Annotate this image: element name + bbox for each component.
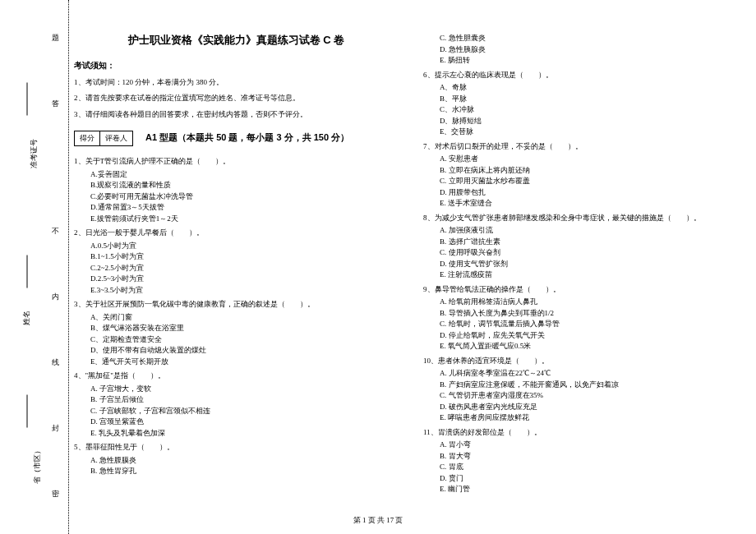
q7-opt-b: B. 立即在病床上将内脏还纳 — [440, 165, 748, 177]
q5-opt-b: B. 急性胃穿孔 — [90, 466, 399, 477]
q7-opt-a: A. 安慰患者 — [440, 154, 748, 165]
exam-title: 护士职业资格《实践能力》真题练习试卷 C 卷 — [74, 33, 399, 48]
q8-opt-b: B. 选择广谱抗生素 — [440, 237, 748, 248]
question-1: 1、关于T管引流病人护理不正确的是（ ）。 A.妥善固定 B.观察引流液的量和性… — [74, 156, 399, 224]
q3-stem: 3、关于社区开展预防一氧化碳中毒的健康教育，正确的叙述是（ ）。 — [74, 299, 399, 311]
q5-stem: 5、墨菲征阳性见于（ ）。 — [74, 442, 399, 453]
q6-opt-a: A、奇脉 — [440, 82, 748, 94]
question-6: 6、提示左心衰的临床表现是（ ）。 A、奇脉 B、平脉 C、水冲脉 D、脉搏短绌… — [423, 70, 748, 138]
question-11: 11、胃溃疡的好发部位是（ ）。 A. 胃小弯 B. 胃大弯 C. 胃底 D. … — [423, 427, 748, 495]
q10-opt-a: A. 儿科病室冬季室温在22℃～24℃ — [440, 368, 748, 380]
q8-opt-a: A. 加强痰液引流 — [440, 225, 748, 237]
seal-char-1: 封 — [52, 423, 59, 434]
q7-stem: 7、对术后切口裂开的处理，不妥的是（ ）。 — [423, 141, 748, 153]
q9-stem: 9、鼻导管给氧法正确的操作是（ ）。 — [423, 284, 748, 296]
q11-opt-e: E. 幽门管 — [440, 484, 748, 495]
q4-opt-c: C. 子宫峡部软，子宫和宫颈似不相连 — [90, 406, 399, 417]
q8-stem: 8、为减少支气管扩张患者肺部继发感染和全身中毒症状，最关键的措施是（ ）。 — [423, 213, 748, 224]
q9-opt-b: B. 导管插入长度为鼻尖到耳垂的1/2 — [440, 308, 748, 320]
q5-opt-c: C. 急性胆囊炎 — [440, 33, 748, 44]
question-7: 7、对术后切口裂开的处理，不妥的是（ ）。 A. 安慰患者 B. 立即在病床上将… — [423, 141, 748, 209]
q4-stem: 4、"黑加征"是指（ ）。 — [74, 371, 399, 382]
province-field — [27, 395, 28, 428]
q9-opt-d: D. 停止给氧时，应先关氧气开关 — [440, 330, 748, 342]
q10-opt-d: D. 破伤风患者室内光线应充足 — [440, 402, 748, 413]
score-section-row: 得分 评卷人 A1 型题（本题共 50 题，每小题 3 分，共 150 分） — [74, 124, 399, 153]
seal-char-6: 题 — [52, 33, 59, 44]
q1-opt-e: E.拔管前须试行夹管1～2天 — [90, 214, 399, 225]
examid-field — [27, 83, 28, 116]
instruction-1: 1、考试时间：120 分钟，本卷满分为 380 分。 — [74, 76, 399, 88]
q2-opt-d: D.2.5~3小时为宜 — [90, 274, 399, 285]
q6-opt-c: C、水冲脉 — [440, 104, 748, 116]
q4-opt-b: B. 子宫呈后倾位 — [90, 394, 399, 406]
q1-stem: 1、关于T管引流病人护理不正确的是（ ）。 — [74, 156, 399, 168]
q4-opt-a: A. 子宫增大，变软 — [90, 384, 399, 395]
q4-opt-d: D. 宫颈呈紫蓝色 — [90, 417, 399, 428]
q8-opt-d: D. 使用支气管扩张剂 — [440, 259, 748, 270]
q6-opt-b: B、平脉 — [440, 94, 748, 105]
q10-opt-e: E. 哮喘患者房间应摆放鲜花 — [440, 412, 748, 424]
q11-opt-d: D. 贲门 — [440, 473, 748, 485]
gutter-label-name: 姓名 — [21, 311, 32, 325]
q3-opt-e: E、通气开关可长期开放 — [90, 357, 399, 368]
q9-opt-e: E. 氧气筒入置距暖气应0.5米 — [440, 341, 748, 352]
q7-opt-d: D. 用腹带包扎 — [440, 187, 748, 199]
q3-opt-c: C、定期检查管道安全 — [90, 334, 399, 346]
q10-opt-c: C. 气管切开患者室内湿度在35% — [440, 390, 748, 402]
q6-stem: 6、提示左心衰的临床表现是（ ）。 — [423, 70, 748, 81]
right-column: C. 急性胆囊炎 D. 急性胰腺炎 E. 肠扭转 6、提示左心衰的临床表现是（ … — [423, 33, 748, 495]
question-5: 5、墨菲征阳性见于（ ）。 A. 急性腹膜炎 B. 急性胃穿孔 — [74, 442, 399, 477]
gutter-label-province: 省（市区） — [32, 447, 43, 484]
q4-opt-e: E. 乳头及乳晕着色加深 — [90, 428, 399, 440]
main-content: 护士职业资格《实践能力》真题练习试卷 C 卷 考试须知： 1、考试时间：120 … — [74, 33, 748, 495]
q5-opt-a: A. 急性腹膜炎 — [90, 455, 399, 467]
section-a1-title: A1 型题（本题共 50 题，每小题 3 分，共 150 分） — [145, 131, 349, 144]
instruction-3: 3、请仔细阅读各种题目的回答要求，在密封线内答题，否则不予评分。 — [74, 108, 399, 120]
seal-char-3: 内 — [52, 292, 59, 302]
q5-opt-e: E. 肠扭转 — [440, 55, 748, 67]
page-footer: 第 1 页 共 17 页 — [0, 515, 756, 526]
q1-opt-d: D.通常留置3～5天拔管 — [90, 202, 399, 214]
q11-opt-c: C. 胃底 — [440, 462, 748, 473]
score-box: 得分 评卷人 — [74, 131, 133, 146]
q8-opt-c: C. 使用呼吸兴奋剂 — [440, 247, 748, 259]
binding-gutter: 省（市区） 姓名 准考证号 密 封 线 内 不 答 题 — [7, 0, 64, 534]
q6-opt-e: E、交替脉 — [440, 127, 748, 138]
gutter-label-examid: 准考证号 — [29, 139, 39, 168]
instruction-2: 2、请首先按要求在试卷的指定位置填写您的姓名、准考证号等信息。 — [74, 92, 399, 104]
question-9: 9、鼻导管给氧法正确的操作是（ ）。 A. 给氧前用棉签清洁病人鼻孔 B. 导管… — [423, 284, 748, 352]
q2-opt-b: B.1~1.5小时为宜 — [90, 251, 399, 263]
name-field — [27, 255, 28, 288]
q2-opt-c: C.2~2.5小时为宜 — [90, 263, 399, 274]
q1-opt-b: B.观察引流液的量和性质 — [90, 180, 399, 191]
question-10: 10、患者休养的适宜环境是（ ）。 A. 儿科病室冬季室温在22℃～24℃ B.… — [423, 356, 748, 424]
q2-opt-e: E.3~3.5小时为宜 — [90, 285, 399, 297]
q11-stem: 11、胃溃疡的好发部位是（ ）。 — [423, 427, 748, 439]
q9-opt-a: A. 给氧前用棉签清洁病人鼻孔 — [440, 297, 748, 308]
q6-opt-d: D、脉搏短绌 — [440, 116, 748, 127]
q1-opt-c: C.必要时可用无菌盐水冲洗导管 — [90, 191, 399, 203]
q11-opt-b: B. 胃大弯 — [440, 451, 748, 463]
q3-opt-a: A、关闭门窗 — [90, 312, 399, 324]
q10-opt-b: B. 产妇病室应注意保暖，不能开窗通风，以免产妇着凉 — [440, 380, 748, 391]
notice-header: 考试须知： — [74, 60, 399, 71]
seal-char-5: 答 — [52, 99, 59, 109]
q3-opt-b: B、煤气淋浴器安装在浴室里 — [90, 323, 399, 334]
left-column: 护士职业资格《实践能力》真题练习试卷 C 卷 考试须知： 1、考试时间：120 … — [74, 33, 399, 495]
question-3: 3、关于社区开展预防一氧化碳中毒的健康教育，正确的叙述是（ ）。 A、关闭门窗 … — [74, 299, 399, 367]
q10-stem: 10、患者休养的适宜环境是（ ）。 — [423, 356, 748, 367]
seal-char-4: 不 — [52, 226, 59, 237]
q11-opt-a: A. 胃小弯 — [440, 440, 748, 451]
q2-stem: 2、日光浴一般于婴儿早餐后（ ）。 — [74, 228, 399, 239]
dotted-fold-line — [68, 0, 69, 534]
score-label: 得分 — [75, 131, 100, 145]
q5-opt-d: D. 急性胰腺炎 — [440, 44, 748, 56]
question-4: 4、"黑加征"是指（ ）。 A. 子宫增大，变软 B. 子宫呈后倾位 C. 子宫… — [74, 371, 399, 439]
seal-char-0: 密 — [52, 489, 59, 499]
question-8: 8、为减少支气管扩张患者肺部继发感染和全身中毒症状，最关键的措施是（ ）。 A.… — [423, 213, 748, 281]
q9-opt-c: C. 给氧时，调节氧流量后插入鼻导管 — [440, 319, 748, 330]
q1-opt-a: A.妥善固定 — [90, 169, 399, 181]
q3-opt-d: D、使用不带有自动熄火装置的煤灶 — [90, 345, 399, 357]
q7-opt-c: C. 立即用灭菌盐水纱布覆盖 — [440, 176, 748, 187]
